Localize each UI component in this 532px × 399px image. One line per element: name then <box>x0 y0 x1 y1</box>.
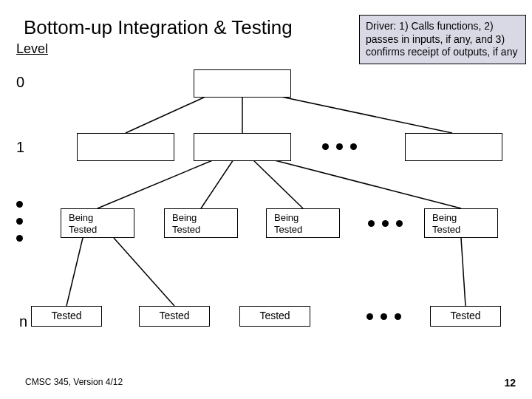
tested-node: Tested <box>430 306 501 327</box>
being-tested-label: Being <box>432 212 457 223</box>
level-heading: Level <box>16 41 48 57</box>
being-tested-label: Being <box>172 212 197 223</box>
being-tested-label: Tested <box>274 224 302 235</box>
level1-node <box>77 133 174 161</box>
footer-course: CMSC 345, Version 4/12 <box>25 377 123 387</box>
svg-line-6 <box>272 160 461 208</box>
page-title: Bottom-up Integration & Testing <box>24 16 293 39</box>
svg-line-7 <box>66 238 83 306</box>
driver-callout: Driver: 1) Calls functions, 2) passes in… <box>359 15 526 64</box>
vertical-ellipsis <box>16 191 25 252</box>
slide: Bottom-up Integration & Testing Level Dr… <box>0 0 532 399</box>
svg-line-8 <box>114 238 174 306</box>
svg-line-2 <box>278 96 452 133</box>
being-tested-node: Being Tested <box>424 208 498 238</box>
level-n-label: n <box>19 313 27 330</box>
svg-line-4 <box>201 160 233 208</box>
tested-node: Tested <box>31 306 102 327</box>
horizontal-ellipsis <box>322 143 357 150</box>
level1-node <box>194 133 291 161</box>
being-tested-label: Tested <box>172 224 200 235</box>
svg-line-3 <box>98 160 214 208</box>
horizontal-ellipsis <box>368 220 403 227</box>
being-tested-label: Tested <box>69 224 97 235</box>
footer-page-number: 12 <box>504 377 516 389</box>
tested-node: Tested <box>239 306 310 327</box>
tested-node: Tested <box>139 306 210 327</box>
level0-node <box>194 69 291 98</box>
svg-line-9 <box>461 238 466 306</box>
being-tested-label: Tested <box>432 224 460 235</box>
level-0-label: 0 <box>16 74 24 91</box>
svg-line-5 <box>253 160 303 208</box>
being-tested-node: Being Tested <box>164 208 238 238</box>
being-tested-label: Being <box>69 212 93 223</box>
svg-line-0 <box>126 96 207 133</box>
level-1-label: 1 <box>16 139 24 156</box>
being-tested-node: Being Tested <box>61 208 134 238</box>
horizontal-ellipsis <box>366 313 401 320</box>
being-tested-node: Being Tested <box>266 208 340 238</box>
being-tested-label: Being <box>274 212 299 223</box>
level1-node <box>405 133 502 161</box>
